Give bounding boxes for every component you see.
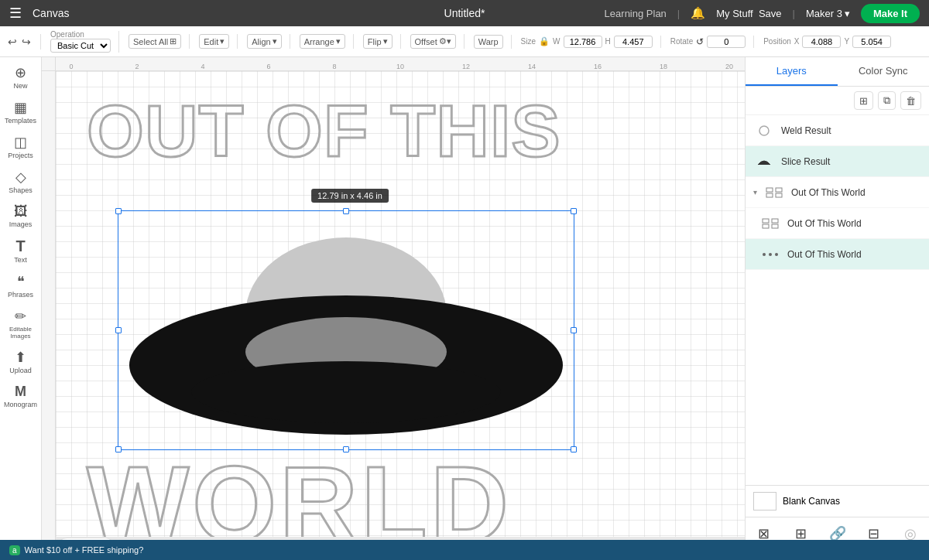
ufo-selection[interactable]: 12.79 in x 4.46 in	[118, 210, 582, 466]
align-button[interactable]: Align ▾	[247, 34, 281, 49]
sidebar-item-new[interactable]: ⊕ New	[2, 60, 40, 94]
layer-child1[interactable]: Out Of This World	[746, 208, 929, 239]
rotate-label: Rotate	[670, 38, 693, 46]
canvas-label: Canvas	[33, 7, 69, 19]
canvas-content: OUt OF tHiS 12.79 in x 4.46 in	[79, 79, 698, 537]
svg-rect-8	[776, 193, 782, 197]
top-navigation: ☰ Canvas Untitled* Learning Plan | 🔔 My …	[0, 0, 929, 26]
canvas-area[interactable]: 0 2 4 6 8 10 12 14 16 18 20 OUt OF tHiS …	[42, 57, 745, 560]
templates-icon: ▦	[14, 99, 27, 116]
offset-button[interactable]: Offset ⚙▾	[410, 34, 456, 49]
layer-weld-result[interactable]: Weld Result	[746, 115, 929, 146]
layer-slice-result[interactable]: Slice Result	[746, 146, 929, 177]
text-world-content[interactable]: WOrLD	[87, 450, 512, 537]
plus-icon: ⊕	[15, 64, 26, 81]
svg-point-3	[191, 361, 501, 423]
blank-canvas-row[interactable]: Blank Canvas	[746, 485, 929, 517]
expand-icon[interactable]: ▾	[753, 188, 757, 196]
operation-select[interactable]: Basic Cut	[50, 39, 111, 53]
layer-thumb-weld	[753, 123, 775, 138]
layer-thumb-slice	[753, 154, 775, 169]
sidebar-item-monogram[interactable]: M Monogram	[2, 380, 40, 412]
layer-thumb-child1	[759, 216, 781, 231]
text-top: OUt OF tHiS	[87, 94, 561, 168]
undo-redo-group: ↩ ↪	[6, 34, 41, 50]
warp-button[interactable]: Warp	[474, 35, 503, 49]
panel-tabs: Layers Color Sync	[746, 57, 929, 87]
blank-canvas-label: Blank Canvas	[783, 496, 840, 507]
toolbar: ↩ ↪ Operation Basic Cut Select All ⊞ Edi…	[0, 26, 929, 57]
menu-icon[interactable]: ☰	[9, 5, 22, 22]
handle-top-left[interactable]	[115, 208, 122, 214]
sidebar-item-shapes[interactable]: ◇ Shapes	[2, 165, 40, 198]
panel-icon-duplicate[interactable]: ⧉	[878, 91, 896, 110]
sidebar-item-phrases[interactable]: ❝ Phrases	[2, 269, 40, 302]
layer-group-out-of-this-world[interactable]: ▾ Out Of This World	[746, 177, 929, 208]
promo-bar[interactable]: a Want $10 off + FREE shipping?	[0, 540, 929, 560]
main-area: ⊕ New ▦ Templates ◫ Projects ◇ Shapes 🖼 …	[0, 57, 929, 560]
flip-button[interactable]: Flip ▾	[363, 34, 393, 49]
operation-label: Operation	[50, 31, 111, 39]
handle-right-mid[interactable]	[571, 327, 577, 333]
phrases-icon: ❝	[17, 273, 25, 290]
tab-layers[interactable]: Layers	[746, 57, 838, 86]
learning-plan-link[interactable]: Learning Plan	[605, 8, 667, 19]
make-it-button[interactable]: Make It	[861, 4, 920, 23]
document-title: Untitled*	[444, 7, 485, 19]
ruler-top: 0 2 4 6 8 10 12 14 16 18 20	[56, 57, 745, 71]
position-label: Position	[763, 38, 791, 46]
handle-bottom-right[interactable]	[571, 446, 577, 452]
top-right-actions: Learning Plan | 🔔 My Stuff Save | Maker …	[605, 4, 920, 23]
size-group: Size 🔒 W H	[521, 36, 661, 48]
svg-point-15	[775, 253, 778, 256]
promo-text: Want $10 off + FREE shipping?	[25, 545, 144, 555]
sidebar-item-templates[interactable]: ▦ Templates	[2, 95, 40, 128]
layer-name-weld: Weld Result	[781, 125, 921, 136]
position-x-input[interactable]	[802, 36, 841, 48]
arrange-button[interactable]: Arrange ▾	[300, 34, 345, 49]
rotate-input[interactable]	[707, 36, 746, 48]
edit-button[interactable]: Edit ▾	[199, 34, 229, 49]
maker-selector[interactable]: Maker 3 ▾	[806, 8, 850, 19]
layer-thumb-group	[763, 185, 785, 200]
sidebar-item-text[interactable]: T Text	[2, 234, 40, 268]
layer-name-child1: Out Of This World	[787, 218, 921, 229]
undo-button[interactable]: ↩	[6, 34, 19, 50]
sidebar-item-editable-images[interactable]: ✏ Editable Images	[2, 304, 40, 343]
svg-rect-11	[763, 224, 769, 228]
handle-top-mid[interactable]	[343, 208, 349, 214]
svg-rect-6	[776, 188, 782, 192]
panel-icon-delete[interactable]: 🗑	[900, 91, 921, 110]
layer-child2[interactable]: Out Of This World	[746, 239, 929, 270]
width-input[interactable]	[564, 36, 602, 48]
tab-color-sync[interactable]: Color Sync	[838, 57, 930, 86]
svg-point-4	[759, 126, 769, 135]
canvas-grid[interactable]: OUt OF tHiS 12.79 in x 4.46 in	[56, 71, 745, 537]
upload-icon: ⬆	[15, 349, 26, 366]
handle-left-mid[interactable]	[115, 327, 122, 333]
editable-images-icon: ✏	[15, 308, 26, 325]
text-out-of-this[interactable]: OUt OF tHiS	[87, 94, 561, 168]
bell-icon[interactable]: 🔔	[691, 6, 705, 20]
sidebar-item-projects[interactable]: ◫ Projects	[2, 130, 40, 163]
svg-point-13	[763, 253, 766, 256]
separator: |	[677, 8, 680, 19]
redo-button[interactable]: ↪	[20, 34, 33, 50]
size-label: Size	[521, 38, 536, 46]
projects-icon: ◫	[14, 134, 27, 151]
sidebar-item-images[interactable]: 🖼 Images	[2, 200, 40, 232]
chevron-down-icon: ▾	[845, 8, 850, 19]
sidebar-item-upload[interactable]: ⬆ Upload	[2, 345, 40, 378]
left-sidebar: ⊕ New ▦ Templates ◫ Projects ◇ Shapes 🖼 …	[0, 57, 42, 560]
select-all-button[interactable]: Select All ⊞	[129, 34, 181, 49]
select-all-group: Select All ⊞	[129, 34, 190, 49]
blank-canvas-preview	[753, 492, 776, 510]
size-tooltip: 12.79 in x 4.46 in	[311, 189, 389, 203]
position-y-input[interactable]	[852, 36, 891, 48]
shapes-icon: ◇	[15, 169, 26, 186]
panel-icon-group[interactable]: ⊞	[854, 91, 873, 110]
svg-rect-12	[772, 224, 778, 228]
my-stuff-button[interactable]: My Stuff Save	[716, 8, 781, 19]
height-input[interactable]	[614, 36, 653, 48]
handle-top-right[interactable]	[571, 208, 577, 214]
